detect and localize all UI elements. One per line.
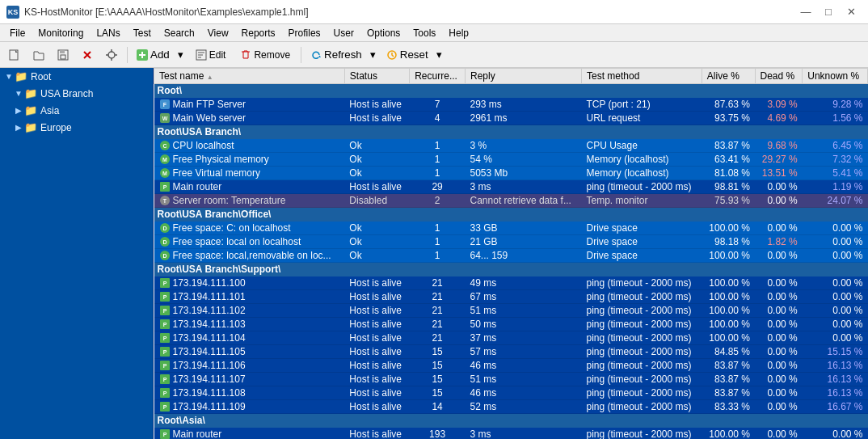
cell-method: ping (timeout - 2000 ms) [581,180,702,194]
menu-tools[interactable]: Tools [407,26,442,40]
table-row[interactable]: CCPU localhost Ok 1 3 % CPU Usage 83.87 … [154,139,868,153]
cell-unk: 16.13 % [803,373,868,386]
tree-item-asia[interactable]: ▶ 📁 Asia [0,102,153,119]
table-row[interactable]: P173.194.111.106 Host is alive 15 46 ms … [154,359,868,373]
tree-item-root[interactable]: ▼ 📁 Root [0,68,153,85]
data-table: Test name ▲ Status Recurre... Reply Test… [154,68,868,439]
toolbar-separator-2 [301,47,301,63]
table-row[interactable]: PMain router Host is alive 193 3 ms ping… [154,428,868,440]
edit-button[interactable]: Edit [189,44,233,65]
cell-method: ping (timeout - 2000 ms) [581,345,702,359]
table-row[interactable]: DFree space: C: on localhost Ok 1 33 GB … [154,222,868,235]
table-row[interactable]: P173.194.111.103 Host is alive 21 50 ms … [154,318,868,331]
col-unk[interactable]: Unknown % [803,69,868,84]
table-row[interactable]: P173.194.111.102 Host is alive 21 51 ms … [154,304,868,318]
cell-name: CCPU localhost [154,139,345,153]
table-row[interactable]: Root\USA Branch\ [154,125,868,139]
add-dropdown-button[interactable]: ▾ [175,44,188,65]
table-row[interactable]: WMain Web server Host is alive 4 2961 ms… [154,112,868,125]
cell-recur: 14 [410,400,466,414]
cell-unk: 9.28 % [803,98,868,112]
menu-monitoring[interactable]: Monitoring [32,26,90,40]
menu-reports[interactable]: Reports [235,26,282,40]
cell-name: P173.194.111.101 [154,290,345,304]
menu-test[interactable]: Test [127,26,158,40]
table-row[interactable]: P173.194.111.108 Host is alive 15 46 ms … [154,386,868,400]
table-row[interactable]: Root\USA Branch\Office\ [154,208,868,222]
tree-folder-europe-icon: 📁 [24,121,37,133]
cell-reply: 64... 159 [466,249,582,263]
col-status[interactable]: Status [344,69,409,84]
menu-search[interactable]: Search [158,26,201,40]
cell-unk: 6.45 % [803,139,868,153]
open-button[interactable] [27,44,50,65]
menu-lans[interactable]: LANs [90,26,126,40]
cell-status: Ok [344,222,409,235]
table-row[interactable]: Root\USA Branch\Support\ [154,263,868,276]
table-row[interactable]: P173.194.111.104 Host is alive 21 37 ms … [154,331,868,345]
table-row[interactable]: P173.194.111.100 Host is alive 21 49 ms … [154,276,868,290]
col-dead[interactable]: Dead % [755,69,803,84]
cell-method: Memory (localhost) [581,167,702,180]
cell-unk: 7.32 % [803,153,868,167]
cell-reply: 5053 Mb [466,167,582,180]
table-row[interactable]: Root\ [154,84,868,98]
table-row[interactable]: TServer room: Temperature Disabled 2 Can… [154,194,868,208]
menu-profiles[interactable]: Profiles [282,26,327,40]
table-row[interactable]: P173.194.111.107 Host is alive 15 51 ms … [154,373,868,386]
col-method[interactable]: Test method [581,69,702,84]
col-reply[interactable]: Reply [466,69,582,84]
save-button[interactable] [52,44,74,65]
refresh-dropdown-icon: ▾ [370,49,376,61]
add-main-button[interactable]: Add [132,44,175,65]
table-row[interactable]: DFree space: local,removable on loc... O… [154,249,868,263]
menu-options[interactable]: Options [360,26,407,40]
table-row[interactable]: FMain FTP Server Host is alive 7 293 ms … [154,98,868,112]
cell-unk: 0.00 % [803,249,868,263]
table-row[interactable]: P173.194.111.105 Host is alive 15 57 ms … [154,345,868,359]
settings-button[interactable] [100,44,123,65]
table-row[interactable]: P173.194.111.101 Host is alive 21 67 ms … [154,290,868,304]
cell-method: ping (timeout - 2000 ms) [581,331,702,345]
remove-button[interactable]: Remove [234,44,297,65]
reset-dropdown-button[interactable]: ▾ [433,44,446,65]
cell-alive: 83.87 % [702,359,755,373]
cell-dead: 9.68 % [755,139,803,153]
table-row[interactable]: Root\Asia\ [154,414,868,428]
cell-recur: 21 [410,318,466,331]
tree-item-europe[interactable]: ▶ 📁 Europe [0,119,153,136]
minimize-button[interactable]: — [795,4,816,20]
table-row[interactable]: MFree Physical memory Ok 1 54 % Memory (… [154,153,868,167]
cell-recur: 4 [410,112,466,125]
tree-item-usa[interactable]: ▼ 📁 USA Branch [0,85,153,102]
cell-method: ping (timeout - 2000 ms) [581,276,702,290]
menu-view[interactable]: View [201,26,235,40]
maximize-button[interactable]: □ [818,4,839,20]
tree-panel: ▼ 📁 Root ▼ 📁 USA Branch ▶ 📁 Asia ▶ 📁 Eur… [0,68,154,439]
cell-dead: 0.00 % [755,359,803,373]
menu-file[interactable]: File [3,26,32,40]
table-row[interactable]: DFree space: local on localhost Ok 1 21 … [154,235,868,249]
cell-recur: 29 [410,180,466,194]
col-recur[interactable]: Recurre... [410,69,466,84]
tree-label-root: Root [31,71,51,82]
table-row[interactable]: MFree Virtual memory Ok 1 5053 Mb Memory… [154,167,868,180]
table-row[interactable]: PMain router Host is alive 29 3 ms ping … [154,180,868,194]
refresh-split-button: Refresh ▾ [305,44,380,65]
refresh-main-button[interactable]: Refresh [305,44,367,65]
menu-help[interactable]: Help [442,26,475,40]
close-button[interactable]: ✕ [841,4,862,20]
remove-label: Remove [254,49,290,61]
menu-user[interactable]: User [327,26,360,40]
reset-main-button[interactable]: Reset [381,44,433,65]
col-alive[interactable]: Alive % [702,69,755,84]
cell-name: TServer room: Temperature [154,194,345,208]
tree-expand-root: ▼ [3,71,15,82]
col-testname[interactable]: Test name ▲ [154,69,345,84]
cell-status: Host is alive [344,400,409,414]
delete-button[interactable] [76,44,99,65]
new-button[interactable] [3,44,26,65]
cell-name: P173.194.111.109 [154,400,345,414]
refresh-dropdown-button[interactable]: ▾ [367,44,380,65]
table-row[interactable]: P173.194.111.109 Host is alive 14 52 ms … [154,400,868,414]
